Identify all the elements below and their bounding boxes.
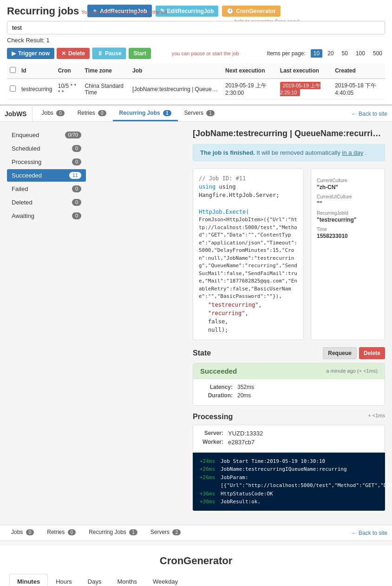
col-timezone: Time zone [82, 63, 130, 79]
delete-button[interactable]: ✕ Delete [57, 48, 90, 59]
log-entry: +38msJobResult:ok. [200, 498, 378, 506]
page-size-10[interactable]: 10 [311, 49, 322, 58]
worker-value: e2837cb7 [228, 439, 255, 446]
sidebar-item-deleted[interactable]: Deleted0 [7, 196, 86, 209]
bottom-navbar: Jobs 0 Retries 0 Recurring Jobs 1 Server… [0, 525, 392, 541]
cell-timezone: China Standard Time [82, 79, 130, 99]
code-comment: // Job ID: #11 [199, 174, 298, 183]
job-detail-title: [JobName:testrecurring | QueueName:recur… [193, 129, 385, 138]
latency-label: Latency: [200, 384, 237, 390]
page-size-50[interactable]: 50 [339, 49, 351, 58]
server-label: Server: [200, 430, 228, 436]
processing-log: +24msJob Start Time:2019-05-19 10:30:10+… [193, 453, 385, 511]
info-end: . [365, 149, 367, 156]
requeue-button[interactable]: Requeue [323, 347, 357, 359]
sidebar-item-scheduled[interactable]: Scheduled0 [7, 142, 86, 155]
tab-jobs[interactable]: Jobs 0 [35, 106, 71, 121]
cell-cron: 10/5 * * * * [55, 79, 82, 99]
sidebar-item-processing[interactable]: Processing0 [7, 156, 86, 168]
bottom-tab-retries[interactable]: Retries 0 [40, 525, 82, 540]
pause-start-annotation: you can pause or start the job [172, 51, 239, 56]
log-entry: +36msHttpStatusCode:OK [200, 490, 378, 498]
sidebar-item-enqueued[interactable]: Enqueued0/70 [7, 129, 86, 141]
job-meta-panel: CurrentCulture "zh-CN" CurrentUICulture … [311, 168, 385, 340]
state-delete-button[interactable]: Delete [359, 347, 385, 359]
tab-recurring-jobs[interactable]: Recurring Jobs 1 [113, 106, 178, 121]
server-value: YUZD:13332 [228, 430, 263, 437]
info-suffix: It will be removed automatically [256, 149, 342, 156]
recurring-jobs-table: Id Cron Time zone Job Next execution Las… [7, 63, 385, 99]
code-method: HttpJob.Execte( [199, 208, 298, 216]
jobws-navbar: JobWS Jobs 0 Retries 0 Recurring Jobs 1 … [0, 106, 392, 122]
state-title: State [193, 349, 211, 357]
info-link[interactable]: in a day [342, 149, 364, 156]
items-per-page-label: Items per page: [264, 49, 308, 58]
cron-title: CronGenerator [9, 555, 383, 567]
back-to-site-link[interactable]: ← Back to site [352, 111, 387, 117]
page-size-500[interactable]: 500 [370, 49, 385, 58]
tab-retries[interactable]: Retries 0 [71, 106, 113, 121]
sidebar-item-awaiting[interactable]: Awaiting0 [7, 210, 86, 222]
cell-created: 2019-05-18 下午 4:40:05 [332, 79, 385, 99]
tab-servers[interactable]: Servers 1 [178, 106, 221, 121]
cron-tab-days[interactable]: Days [80, 574, 110, 586]
cron-tab-months[interactable]: Months [109, 574, 145, 586]
state-time: a minute ago (+ <1ms) [326, 368, 378, 374]
bottom-tab-recurring[interactable]: Recurring Jobs 1 [82, 525, 144, 540]
cell-last-exec: 2019-05-19 上午 2:25:10 [277, 79, 332, 99]
cell-next-exec: 2019-05-19 上午 2:30:00 [222, 79, 277, 99]
col-job: Job [130, 63, 222, 79]
processing-title: Processing [193, 413, 233, 421]
col-cron: Cron [55, 63, 82, 79]
jobws-brand: JobWS [5, 106, 33, 121]
row-checkbox[interactable] [10, 86, 16, 92]
search-input[interactable] [7, 21, 385, 34]
processing-time: + <1ms [368, 413, 385, 421]
cron-tabs: Minutes Hours Days Months Weekday [9, 574, 383, 586]
search-hint-annotation: You can search by job name in the list [81, 9, 167, 15]
col-last-exec: Last execution [277, 63, 332, 79]
bottom-back-to-site[interactable]: ← Back to site [352, 526, 387, 540]
col-next-exec: Next execution [222, 63, 277, 79]
worker-label: Worker: [200, 439, 228, 445]
log-entry: +26msJobName:testrecurringIQueueName:rec… [200, 465, 378, 474]
cron-generator-button[interactable]: 🕐 CronGenerator [222, 6, 280, 17]
bottom-tab-servers[interactable]: Servers 2 [144, 525, 187, 540]
duration-label: Duration: [200, 392, 237, 399]
job-code-block: // Job ID: #11 using using Hangfire.Http… [193, 168, 304, 340]
table-row[interactable]: testrecurring 10/5 * * * * China Standar… [7, 79, 385, 99]
code-using: using using Hangfire.HttpJob.Server; [199, 183, 298, 199]
page-size-100[interactable]: 100 [353, 49, 368, 58]
bottom-tab-jobs[interactable]: Jobs 0 [5, 525, 40, 540]
pause-button[interactable]: ⏸ Pause [92, 47, 126, 59]
page-size-20[interactable]: 20 [325, 49, 336, 58]
col-id: Id [19, 63, 55, 79]
sidebar-item-failed[interactable]: Failed0 [7, 183, 86, 195]
trigger-now-button[interactable]: ▶ Trigger now [7, 48, 54, 59]
state-name: Succeeded [200, 367, 237, 375]
cron-tab-minutes[interactable]: Minutes [9, 574, 48, 586]
log-entry: +24msJob Start Time:2019-05-19 10:30:10 [200, 457, 378, 466]
cell-id: testrecurring [19, 79, 55, 99]
check-result: Check Result: 1 [7, 37, 385, 44]
duration-value: 20ms [237, 392, 251, 399]
log-entry: [{"Url":"http://localhost:5000/test","Me… [200, 481, 378, 490]
info-finished-text: The job is finished. [200, 149, 255, 156]
code-args: "testrecurring", "recurring", false, nul… [199, 301, 298, 334]
processing-card: Server: YUZD:13332 Worker: e2837cb7 [193, 425, 385, 453]
cron-tab-weekday[interactable]: Weekday [145, 574, 186, 586]
latency-value: 352ms [237, 384, 254, 390]
sidebar-item-succeeded[interactable]: Succeeded11 [7, 169, 86, 182]
state-card: Succeeded a minute ago (+ <1ms) Latency:… [193, 363, 385, 406]
job-info-box: The job is finished. It will be removed … [193, 144, 385, 161]
log-entry: +26msJobParam: [200, 474, 378, 482]
cron-tab-hours[interactable]: Hours [48, 574, 80, 586]
code-body: FromJson<HttpJobItem>({"Url":"http://loc… [199, 216, 298, 301]
cron-generator-section: CronGenerator Minutes Hours Days Months … [0, 546, 392, 586]
col-created: Created [332, 63, 385, 79]
select-all-checkbox[interactable] [10, 67, 16, 73]
cell-job: [JobName:testrecurring | QueueName:recur… [130, 79, 222, 99]
page-title: Recurring jobs [7, 5, 79, 17]
start-button[interactable]: Start [129, 48, 150, 59]
